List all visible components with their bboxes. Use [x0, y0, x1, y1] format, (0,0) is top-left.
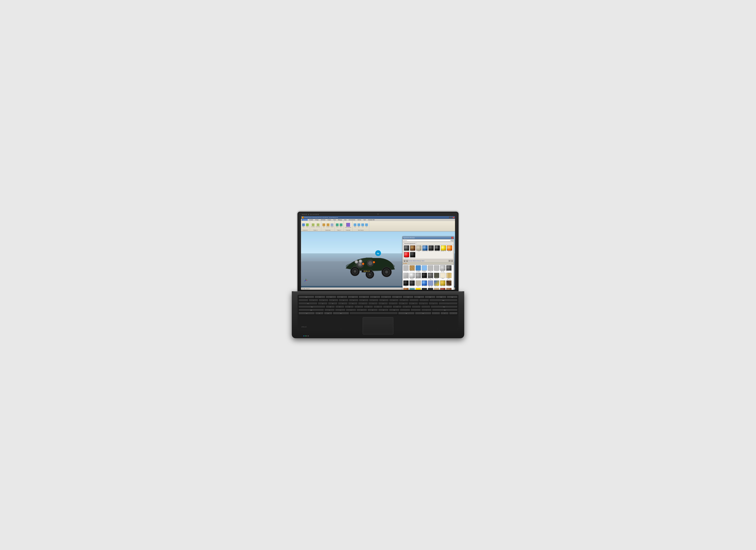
key-shift-right[interactable]: Shift [432, 309, 458, 311]
key-j[interactable]: J [383, 305, 392, 308]
menu-3dmodel[interactable]: 3D Model [320, 219, 326, 221]
key-backtick[interactable]: ` [298, 299, 308, 302]
lib-mat-1-5in[interactable]: 1.5in Squa...um [403, 265, 409, 273]
search-button[interactable]: 🔍 [451, 240, 453, 241]
key-a[interactable]: A [326, 305, 335, 308]
key-p[interactable]: P [408, 302, 418, 305]
lib-mat-asphalt[interactable]: Asphalt 2 [434, 273, 439, 280]
touchpad[interactable] [363, 317, 393, 334]
mat-creased-black[interactable]: Creased - Black [404, 245, 409, 252]
free-rotate-button[interactable]: Free Rotate [316, 223, 320, 227]
lib-mat-blue-yellow[interactable]: Blue-Yellow [434, 280, 439, 288]
key-enter[interactable]: Enter [431, 305, 458, 308]
lib-mat-brass[interactable]: Brass - Satin [440, 280, 446, 288]
key-h[interactable]: H [373, 305, 383, 308]
key-k[interactable]: K [393, 305, 402, 308]
key-1[interactable]: 1 [309, 299, 318, 302]
mat-smooth-black[interactable]: Smooth - Black [410, 252, 416, 258]
menu-tools[interactable]: Tools [333, 219, 336, 221]
key-x[interactable]: X [335, 309, 345, 311]
lib-mat-blue-glaze[interactable]: Blue - Glazing [421, 280, 427, 288]
key-7[interactable]: 7 [369, 299, 379, 302]
lib-mat-blue-wall[interactable]: Blue - Wall Pam...easy [428, 280, 433, 288]
key-q[interactable]: Q [318, 302, 328, 305]
key-6[interactable]: 6 [359, 299, 369, 302]
key-o[interactable]: O [398, 302, 408, 305]
lib-mat-anod-black[interactable]: Anodized - Black [421, 273, 427, 280]
constrain-button[interactable]: Constrain [326, 223, 330, 227]
key-win[interactable]: ⊞ [324, 312, 332, 315]
key-3[interactable]: 3 [329, 299, 339, 302]
lib-mat-canary[interactable]: Canary [415, 288, 421, 290]
mat-light-bulb-on[interactable]: Light Bulb - On [440, 245, 446, 252]
key-f10[interactable]: F10 [414, 296, 425, 298]
key-shift-left[interactable]: Shift [298, 309, 324, 311]
lib-mat-12in[interactable]: 12in Run...ndy [409, 265, 415, 273]
key-w[interactable]: W [328, 302, 338, 305]
key-fn[interactable]: Fn [315, 312, 324, 315]
lib-mat-black-cast[interactable]: Black Cast [409, 280, 415, 288]
key-f5[interactable]: F5 [359, 296, 369, 298]
key-f1[interactable]: F1 [315, 296, 325, 298]
lib-mat-alum-flat[interactable]: Aluminum - Flat [403, 273, 409, 280]
mat-light-org[interactable]: Light Org [447, 245, 452, 252]
menu-manage[interactable]: Manage [338, 219, 343, 221]
key-d[interactable]: D [345, 305, 354, 308]
key-4[interactable]: 4 [339, 299, 348, 302]
lib-mat-bronze[interactable]: Bronze - Sat... [403, 288, 409, 290]
key-i[interactable]: I [388, 302, 398, 305]
key-alt-right[interactable]: Alt [398, 312, 414, 315]
key-quote[interactable]: ' [421, 305, 430, 308]
view-list-button[interactable]: ☰ [448, 260, 451, 262]
key-8[interactable]: 8 [379, 299, 389, 302]
hide-all-button[interactable]: Hide All [330, 223, 334, 227]
free-move-button[interactable]: Free Move [311, 223, 315, 227]
mat-glossy-black[interactable]: Glossy - Black [434, 245, 440, 252]
mat-default[interactable]: Default [416, 245, 422, 252]
key-f7[interactable]: F7 [381, 296, 391, 298]
lib-mat-cardboard[interactable]: Cardboard [434, 288, 439, 290]
key-comma[interactable]: , [400, 309, 410, 311]
mat-flated-sel-blue[interactable]: Flated Sel...Blue [422, 245, 428, 252]
window-controls[interactable]: – □ ✕ [449, 217, 454, 218]
key-u[interactable]: U [378, 302, 388, 305]
key-caps[interactable]: Caps [298, 305, 325, 308]
lib-mat-alum-dark[interactable]: Aluminum - Dark [446, 265, 452, 273]
key-left[interactable]: ← [432, 312, 440, 315]
key-f11[interactable]: F11 [425, 296, 435, 298]
key-n[interactable]: N [378, 309, 389, 311]
nav-forward-button[interactable]: ▶ [406, 260, 408, 262]
ucs-button[interactable]: UCS [365, 223, 368, 227]
key-b[interactable]: B [367, 309, 378, 311]
key-period[interactable]: . [411, 309, 421, 311]
key-f2[interactable]: F2 [326, 296, 336, 298]
key-f12[interactable]: F12 [436, 296, 447, 298]
lib-mat-4in-sq[interactable]: 4in Squares [434, 265, 439, 273]
lib-mat-4in-nd[interactable]: 4in Square with ...nd [428, 265, 433, 273]
key-t[interactable]: T [358, 302, 368, 305]
mat-lightred[interactable]: LightRed [404, 252, 409, 258]
lib-mat-cherry[interactable]: Cherry - Natu...oss [440, 288, 446, 290]
plane-button[interactable]: Plane [353, 223, 357, 227]
create-substitutes-button[interactable]: Create Substitutes [344, 223, 352, 228]
menu-autodesk360[interactable]: Autodesk 360 [367, 219, 375, 221]
menu-design[interactable]: Design [315, 219, 319, 221]
mat-flaked-set[interactable]: Flaked Set...2 [428, 245, 434, 252]
key-f6[interactable]: F6 [370, 296, 380, 298]
key-v[interactable]: V [357, 309, 367, 311]
search-input[interactable] [403, 240, 451, 241]
key-esc[interactable]: Esc [298, 296, 314, 298]
key-f[interactable]: F [354, 305, 363, 308]
key-m[interactable]: M [389, 309, 399, 311]
lib-mat-blocks[interactable]: Blocks [415, 280, 421, 288]
menu-assemble[interactable]: Assemble [302, 219, 307, 221]
key-f8[interactable]: F8 [392, 296, 403, 298]
lib-mat-carbon-fiber-1[interactable]: Carbon Fiber 1 [428, 288, 433, 290]
lib-mat-4in-light-blue[interactable]: 4in Square - Light Blue [421, 265, 427, 273]
key-2[interactable]: 2 [319, 299, 328, 302]
lib-mat-chestnut[interactable]: Chestnut [446, 288, 452, 290]
key-y[interactable]: Y [368, 302, 378, 305]
minimize-button[interactable]: – [449, 217, 450, 218]
key-open-bracket[interactable]: [ [418, 302, 428, 305]
key-f4[interactable]: F4 [348, 296, 358, 298]
